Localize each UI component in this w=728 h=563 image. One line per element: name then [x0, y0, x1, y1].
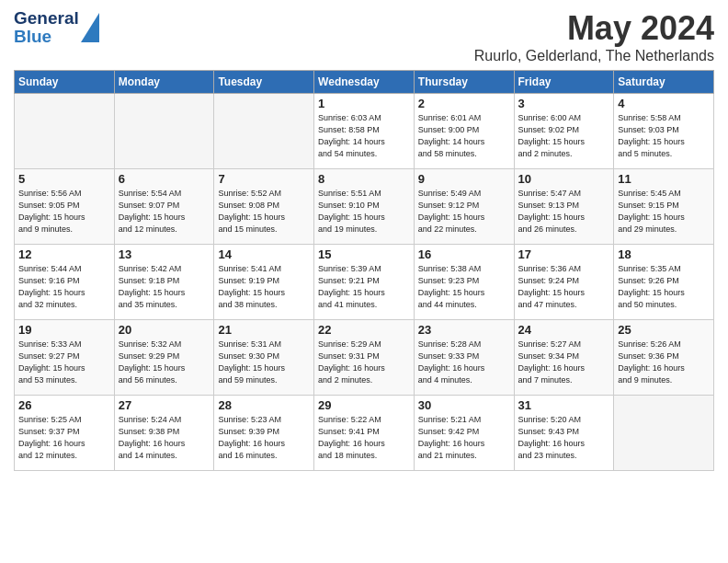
month-title: May 2024 [474, 9, 714, 48]
day-info: Sunrise: 5:41 AMSunset: 9:19 PMDaylight:… [218, 263, 310, 311]
day-number: 17 [518, 247, 610, 261]
day-info: Sunrise: 5:24 AMSunset: 9:38 PMDaylight:… [119, 414, 210, 462]
day-number: 16 [418, 247, 510, 261]
day-number: 14 [218, 247, 310, 261]
day-info: Sunrise: 5:51 AMSunset: 9:10 PMDaylight:… [318, 188, 410, 236]
day-number: 24 [518, 323, 610, 337]
day-info: Sunrise: 5:31 AMSunset: 9:30 PMDaylight:… [218, 339, 310, 386]
day-header-wednesday: Wednesday [314, 71, 415, 94]
day-info: Sunrise: 5:39 AMSunset: 9:21 PMDaylight:… [318, 263, 410, 311]
day-number: 6 [119, 172, 210, 186]
calendar-cell: 24Sunrise: 5:27 AMSunset: 9:34 PMDayligh… [514, 320, 614, 396]
week-row-1: 1Sunrise: 6:03 AMSunset: 8:58 PMDaylight… [15, 94, 714, 169]
calendar-cell: 20Sunrise: 5:32 AMSunset: 9:29 PMDayligh… [114, 320, 214, 396]
week-row-3: 12Sunrise: 5:44 AMSunset: 9:16 PMDayligh… [15, 245, 714, 320]
day-number: 28 [218, 398, 310, 412]
calendar-cell: 31Sunrise: 5:20 AMSunset: 9:43 PMDayligh… [514, 396, 614, 471]
day-info: Sunrise: 5:25 AMSunset: 9:37 PMDaylight:… [18, 414, 110, 462]
day-header-thursday: Thursday [414, 71, 514, 94]
day-info: Sunrise: 5:23 AMSunset: 9:39 PMDaylight:… [218, 414, 310, 462]
day-info: Sunrise: 5:36 AMSunset: 9:24 PMDaylight:… [518, 263, 610, 311]
week-row-5: 26Sunrise: 5:25 AMSunset: 9:37 PMDayligh… [15, 396, 714, 471]
title-area: May 2024 Ruurlo, Gelderland, The Netherl… [474, 9, 714, 64]
day-header-sunday: Sunday [15, 71, 115, 94]
day-number: 26 [18, 398, 110, 412]
calendar-cell: 8Sunrise: 5:51 AMSunset: 9:10 PMDaylight… [314, 169, 415, 245]
day-info: Sunrise: 5:44 AMSunset: 9:16 PMDaylight:… [18, 263, 110, 311]
day-info: Sunrise: 5:49 AMSunset: 9:12 PMDaylight:… [418, 188, 510, 236]
header-row: SundayMondayTuesdayWednesdayThursdayFrid… [15, 71, 714, 94]
day-number: 25 [618, 323, 710, 337]
calendar-cell: 21Sunrise: 5:31 AMSunset: 9:30 PMDayligh… [214, 320, 314, 396]
day-info: Sunrise: 5:20 AMSunset: 9:43 PMDaylight:… [518, 414, 610, 462]
svg-marker-0 [81, 13, 99, 42]
calendar-cell: 30Sunrise: 5:21 AMSunset: 9:42 PMDayligh… [414, 396, 514, 471]
day-info: Sunrise: 5:38 AMSunset: 9:23 PMDaylight:… [418, 263, 510, 311]
calendar-cell: 28Sunrise: 5:23 AMSunset: 9:39 PMDayligh… [214, 396, 314, 471]
day-number: 23 [418, 323, 510, 337]
day-number: 4 [618, 97, 710, 110]
day-number: 2 [418, 97, 510, 110]
calendar-cell [15, 94, 115, 169]
day-number: 18 [618, 247, 710, 261]
day-number: 1 [318, 97, 410, 110]
day-number: 3 [518, 97, 610, 110]
calendar-cell: 4Sunrise: 5:58 AMSunset: 9:03 PMDaylight… [614, 94, 714, 169]
calendar-cell: 1Sunrise: 6:03 AMSunset: 8:58 PMDaylight… [314, 94, 415, 169]
page: General Blue May 2024 Ruurlo, Gelderland… [0, 0, 728, 480]
day-info: Sunrise: 5:29 AMSunset: 9:31 PMDaylight:… [318, 339, 410, 386]
calendar-cell: 16Sunrise: 5:38 AMSunset: 9:23 PMDayligh… [414, 245, 514, 320]
day-info: Sunrise: 5:21 AMSunset: 9:42 PMDaylight:… [418, 414, 510, 462]
location: Ruurlo, Gelderland, The Netherlands [474, 48, 714, 64]
day-info: Sunrise: 5:27 AMSunset: 9:34 PMDaylight:… [518, 339, 610, 386]
day-info: Sunrise: 6:00 AMSunset: 9:02 PMDaylight:… [518, 112, 610, 160]
calendar-cell: 12Sunrise: 5:44 AMSunset: 9:16 PMDayligh… [15, 245, 115, 320]
header: General Blue May 2024 Ruurlo, Gelderland… [14, 9, 714, 64]
calendar-cell: 25Sunrise: 5:26 AMSunset: 9:36 PMDayligh… [614, 320, 714, 396]
day-info: Sunrise: 5:33 AMSunset: 9:27 PMDaylight:… [18, 339, 110, 386]
calendar-cell: 10Sunrise: 5:47 AMSunset: 9:13 PMDayligh… [514, 169, 614, 245]
calendar-cell: 13Sunrise: 5:42 AMSunset: 9:18 PMDayligh… [114, 245, 214, 320]
day-header-tuesday: Tuesday [214, 71, 314, 94]
calendar-cell: 22Sunrise: 5:29 AMSunset: 9:31 PMDayligh… [314, 320, 415, 396]
day-number: 31 [518, 398, 610, 412]
calendar-cell: 18Sunrise: 5:35 AMSunset: 9:26 PMDayligh… [614, 245, 714, 320]
day-info: Sunrise: 6:03 AMSunset: 8:58 PMDaylight:… [318, 112, 410, 160]
day-number: 5 [18, 172, 110, 186]
calendar-cell: 11Sunrise: 5:45 AMSunset: 9:15 PMDayligh… [614, 169, 714, 245]
logo-arrow-icon [81, 13, 99, 42]
day-number: 13 [119, 247, 210, 261]
day-header-friday: Friday [514, 71, 614, 94]
day-number: 29 [318, 398, 410, 412]
week-row-4: 19Sunrise: 5:33 AMSunset: 9:27 PMDayligh… [15, 320, 714, 396]
calendar-cell: 2Sunrise: 6:01 AMSunset: 9:00 PMDaylight… [414, 94, 514, 169]
calendar-cell: 7Sunrise: 5:52 AMSunset: 9:08 PMDaylight… [214, 169, 314, 245]
day-info: Sunrise: 5:56 AMSunset: 9:05 PMDaylight:… [18, 188, 110, 236]
day-info: Sunrise: 5:58 AMSunset: 9:03 PMDaylight:… [618, 112, 710, 160]
calendar-cell: 27Sunrise: 5:24 AMSunset: 9:38 PMDayligh… [114, 396, 214, 471]
day-number: 15 [318, 247, 410, 261]
logo-line1: General [14, 9, 79, 28]
calendar-cell: 15Sunrise: 5:39 AMSunset: 9:21 PMDayligh… [314, 245, 415, 320]
day-info: Sunrise: 5:22 AMSunset: 9:41 PMDaylight:… [318, 414, 410, 462]
calendar-cell: 23Sunrise: 5:28 AMSunset: 9:33 PMDayligh… [414, 320, 514, 396]
day-info: Sunrise: 5:26 AMSunset: 9:36 PMDaylight:… [618, 339, 710, 386]
day-number: 21 [218, 323, 310, 337]
calendar-cell: 29Sunrise: 5:22 AMSunset: 9:41 PMDayligh… [314, 396, 415, 471]
day-number: 22 [318, 323, 410, 337]
calendar-cell: 19Sunrise: 5:33 AMSunset: 9:27 PMDayligh… [15, 320, 115, 396]
day-number: 7 [218, 172, 310, 186]
day-number: 30 [418, 398, 510, 412]
logo: General Blue [14, 9, 99, 46]
day-number: 9 [418, 172, 510, 186]
calendar-cell [214, 94, 314, 169]
calendar-cell: 9Sunrise: 5:49 AMSunset: 9:12 PMDaylight… [414, 169, 514, 245]
calendar-cell: 6Sunrise: 5:54 AMSunset: 9:07 PMDaylight… [114, 169, 214, 245]
day-header-saturday: Saturday [614, 71, 714, 94]
day-number: 10 [518, 172, 610, 186]
day-header-monday: Monday [114, 71, 214, 94]
day-info: Sunrise: 5:45 AMSunset: 9:15 PMDaylight:… [618, 188, 710, 236]
calendar-table: SundayMondayTuesdayWednesdayThursdayFrid… [14, 70, 714, 471]
day-number: 11 [618, 172, 710, 186]
day-number: 8 [318, 172, 410, 186]
